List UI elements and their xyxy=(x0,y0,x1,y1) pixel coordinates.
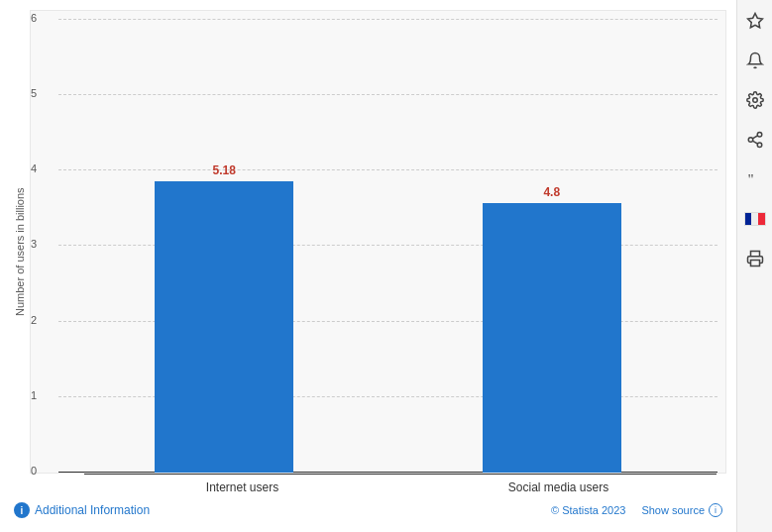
bell-icon[interactable] xyxy=(744,50,766,71)
flag-icon[interactable] xyxy=(744,208,766,230)
svg-marker-0 xyxy=(747,14,762,28)
grid-label-1: 1 xyxy=(31,389,37,401)
star-icon[interactable] xyxy=(744,10,766,32)
grid-label-3: 3 xyxy=(31,238,37,250)
main-content: Number of users in billions 6 5 xyxy=(0,0,736,532)
show-source-button[interactable]: Show source i xyxy=(641,503,722,517)
bars-container: 5.18 4.8 xyxy=(60,11,716,473)
grid-label-4: 4 xyxy=(31,162,37,174)
grid-label-2: 2 xyxy=(31,314,37,326)
gear-icon[interactable] xyxy=(744,89,766,111)
x-label-internet: Internet users xyxy=(164,480,322,494)
svg-line-6 xyxy=(752,136,757,139)
chart-inner: 6 5 4 3 xyxy=(30,10,726,494)
svg-point-2 xyxy=(757,133,762,138)
bar-group-internet: 5.18 xyxy=(145,163,303,473)
additional-info-label[interactable]: Additional Information xyxy=(35,503,150,517)
info-icon: i xyxy=(14,502,30,518)
footer: i Additional Information © Statista 2023… xyxy=(10,494,726,522)
svg-point-1 xyxy=(752,98,757,103)
grid-label-5: 5 xyxy=(31,87,37,99)
grid-label-6: 6 xyxy=(31,12,37,24)
show-source-label: Show source xyxy=(641,504,705,516)
grid-label-0: 0 xyxy=(31,465,37,477)
france-flag xyxy=(744,212,766,226)
sidebar: " xyxy=(736,0,772,532)
print-icon[interactable] xyxy=(744,248,766,269)
x-axis-labels: Internet users Social media users xyxy=(30,480,726,494)
share-icon[interactable] xyxy=(744,129,766,151)
footer-right: © Statista 2023 Show source i xyxy=(551,503,722,517)
bar-internet xyxy=(155,181,293,473)
statista-credit: © Statista 2023 xyxy=(551,504,625,516)
bar-value-social: 4.8 xyxy=(543,185,560,199)
grid-and-bars: 6 5 4 3 xyxy=(30,10,726,474)
x-axis-line xyxy=(84,474,717,475)
svg-point-3 xyxy=(748,138,753,143)
x-label-social: Social media users xyxy=(480,480,638,494)
y-axis-label: Number of users in billions xyxy=(10,10,30,494)
chart-area: Number of users in billions 6 5 xyxy=(10,10,726,494)
svg-text:": " xyxy=(747,171,753,187)
chart-wrapper: Number of users in billions 6 5 xyxy=(10,10,726,494)
info-circle-icon: i xyxy=(709,503,722,517)
bar-social xyxy=(483,203,621,473)
svg-line-5 xyxy=(752,141,757,144)
footer-left[interactable]: i Additional Information xyxy=(14,502,150,518)
quote-icon[interactable]: " xyxy=(744,168,766,190)
svg-rect-8 xyxy=(750,261,759,266)
bar-value-internet: 5.18 xyxy=(213,163,236,177)
bar-group-social: 4.8 xyxy=(473,185,631,473)
svg-point-4 xyxy=(757,143,762,148)
